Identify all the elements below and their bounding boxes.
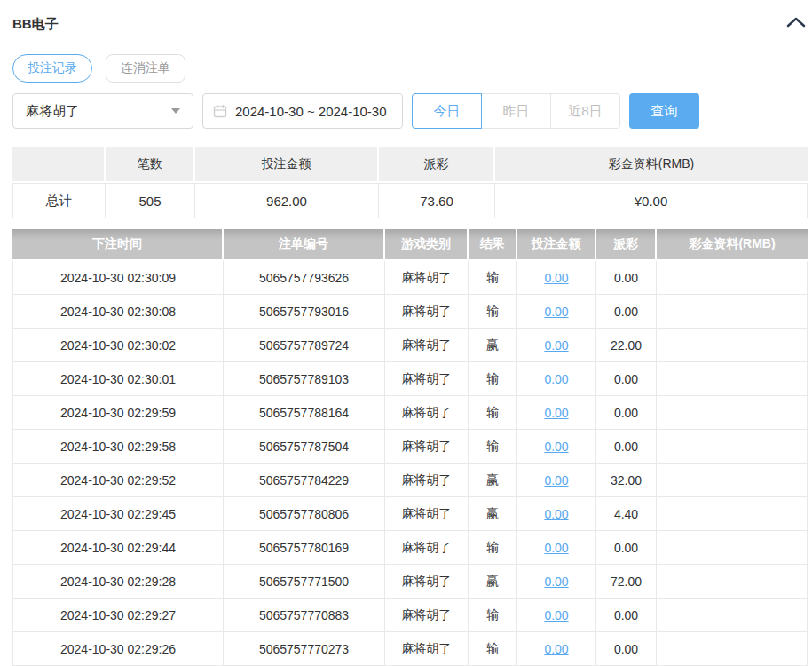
result: 赢 bbox=[469, 497, 517, 531]
result: 赢 bbox=[469, 565, 517, 599]
game-type: 麻将胡了 bbox=[385, 531, 469, 565]
table-row: 2024-10-30 02:29:52 5065757784229 麻将胡了 赢… bbox=[12, 464, 808, 497]
game-type: 麻将胡了 bbox=[385, 632, 469, 666]
summary-header-count: 笔数 bbox=[106, 147, 195, 183]
table-row: 2024-10-30 02:29:58 5065757787504 麻将胡了 输… bbox=[12, 430, 808, 464]
payout: 0.00 bbox=[596, 295, 657, 329]
result: 输 bbox=[469, 261, 517, 295]
game-type: 麻将胡了 bbox=[385, 261, 469, 295]
game-type: 麻将胡了 bbox=[385, 396, 469, 430]
bet-amount-cell: 0.00 bbox=[517, 329, 596, 362]
summary-header-jackpot: 彩金资料(RMB) bbox=[495, 147, 808, 183]
bet-time: 2024-10-30 02:30:01 bbox=[12, 362, 224, 396]
result: 赢 bbox=[469, 329, 517, 362]
jackpot bbox=[657, 396, 808, 430]
bet-amount-link[interactable]: 0.00 bbox=[544, 507, 568, 521]
bet-amount-cell: 0.00 bbox=[517, 396, 596, 430]
summary-header-payout: 派彩 bbox=[379, 147, 495, 183]
bet-amount-cell: 0.00 bbox=[517, 295, 596, 329]
table-row: 2024-10-30 02:30:08 5065757793016 麻将胡了 输… bbox=[12, 295, 808, 329]
bet-amount-link[interactable]: 0.00 bbox=[544, 642, 568, 656]
bet-amount-link[interactable]: 0.00 bbox=[544, 338, 568, 353]
payout: 0.00 bbox=[596, 632, 657, 666]
bet-amount-link[interactable]: 0.00 bbox=[544, 541, 568, 555]
bet-amount-cell: 0.00 bbox=[517, 599, 596, 632]
quick-range-yesterday-button[interactable]: 昨日 bbox=[481, 93, 551, 129]
order-number: 5065757789103 bbox=[224, 362, 385, 396]
payout: 0.00 bbox=[596, 599, 657, 632]
game-type: 麻将胡了 bbox=[385, 565, 469, 599]
bet-time: 2024-10-30 02:30:09 bbox=[12, 261, 224, 295]
jackpot bbox=[657, 531, 808, 565]
bet-time: 2024-10-30 02:29:44 bbox=[12, 531, 224, 565]
table-row: 2024-10-30 02:29:59 5065757788164 麻将胡了 输… bbox=[12, 396, 808, 430]
result: 输 bbox=[469, 362, 517, 396]
detail-header-payout: 派彩 bbox=[596, 229, 657, 261]
quick-range-today-button[interactable]: 今日 bbox=[412, 93, 482, 129]
result: 赢 bbox=[469, 464, 517, 497]
jackpot bbox=[657, 362, 808, 396]
calendar-icon bbox=[213, 104, 227, 118]
result: 输 bbox=[469, 295, 517, 329]
detail-header-order-number: 注单编号 bbox=[224, 229, 385, 261]
bet-amount-cell: 0.00 bbox=[517, 261, 596, 295]
table-row: 2024-10-30 02:29:45 5065757780806 麻将胡了 赢… bbox=[12, 497, 808, 531]
order-number: 5065757788164 bbox=[224, 396, 385, 430]
order-number: 5065757780169 bbox=[224, 531, 385, 565]
jackpot bbox=[657, 261, 808, 295]
game-type-select[interactable]: 麻将胡了 bbox=[12, 93, 193, 129]
order-number: 5065757784229 bbox=[224, 464, 385, 497]
result: 输 bbox=[469, 430, 517, 464]
table-row: 2024-10-30 02:29:27 5065757770883 麻将胡了 输… bbox=[12, 599, 808, 632]
jackpot bbox=[657, 295, 808, 329]
detail-header-game-type: 游戏类别 bbox=[385, 229, 469, 261]
summary-header-bet-amount: 投注金额 bbox=[195, 147, 379, 183]
bet-amount-cell: 0.00 bbox=[517, 362, 596, 396]
bet-amount-link[interactable]: 0.00 bbox=[544, 271, 568, 285]
summary-table: 笔数 投注金额 派彩 彩金资料(RMB) 总计 505 962.00 73.60… bbox=[12, 147, 808, 218]
summary-total-count: 505 bbox=[106, 183, 195, 218]
bet-amount-link[interactable]: 0.00 bbox=[544, 305, 568, 319]
game-type: 麻将胡了 bbox=[385, 329, 469, 362]
tab-bet-records[interactable]: 投注记录 bbox=[12, 54, 92, 83]
quick-range-last8days-button[interactable]: 近8日 bbox=[550, 93, 620, 129]
collapse-button[interactable] bbox=[784, 12, 808, 31]
jackpot bbox=[657, 430, 808, 464]
bet-records-panel: BB电子 投注记录 连消注单 麻将胡了 2024-10-30 ~ 2024-10… bbox=[0, 0, 812, 666]
result: 输 bbox=[469, 396, 517, 430]
summary-total-jackpot: ¥0.00 bbox=[495, 183, 808, 218]
result: 输 bbox=[469, 599, 517, 632]
panel-header: BB电子 bbox=[12, 12, 808, 39]
summary-total-label: 总计 bbox=[12, 183, 106, 218]
caret-down-icon bbox=[171, 108, 180, 114]
bet-time: 2024-10-30 02:29:52 bbox=[12, 464, 224, 497]
tab-cancelled-orders[interactable]: 连消注单 bbox=[106, 54, 185, 83]
bet-amount-link[interactable]: 0.00 bbox=[544, 406, 568, 420]
detail-table: 下注时间 注单编号 游戏类别 结果 投注金额 派彩 彩金资料(RMB) 2024… bbox=[12, 229, 808, 666]
payout: 0.00 bbox=[596, 261, 657, 295]
table-row: 2024-10-30 02:30:01 5065757789103 麻将胡了 输… bbox=[12, 362, 808, 396]
jackpot bbox=[657, 565, 808, 599]
jackpot bbox=[657, 329, 808, 362]
payout: 0.00 bbox=[596, 531, 657, 565]
bet-amount-link[interactable]: 0.00 bbox=[544, 608, 568, 622]
game-type: 麻将胡了 bbox=[385, 295, 469, 329]
bet-time: 2024-10-30 02:29:27 bbox=[12, 599, 224, 632]
game-type: 麻将胡了 bbox=[385, 599, 469, 632]
result: 输 bbox=[469, 632, 517, 666]
jackpot bbox=[657, 599, 808, 632]
payout: 4.40 bbox=[596, 497, 657, 531]
bet-amount-link[interactable]: 0.00 bbox=[544, 575, 568, 589]
query-button[interactable]: 查询 bbox=[629, 93, 699, 129]
jackpot bbox=[657, 632, 808, 666]
payout: 32.00 bbox=[596, 464, 657, 497]
bet-amount-link[interactable]: 0.00 bbox=[544, 372, 568, 386]
bet-amount-cell: 0.00 bbox=[517, 565, 596, 599]
summary-header-empty bbox=[12, 147, 106, 183]
bet-amount-link[interactable]: 0.00 bbox=[544, 440, 568, 454]
date-range-input[interactable]: 2024-10-30 ~ 2024-10-30 bbox=[202, 93, 403, 129]
chevron-up-icon bbox=[786, 17, 806, 30]
payout: 22.00 bbox=[596, 329, 657, 362]
summary-total-bet-amount: 962.00 bbox=[195, 183, 379, 218]
bet-amount-link[interactable]: 0.00 bbox=[544, 473, 568, 488]
